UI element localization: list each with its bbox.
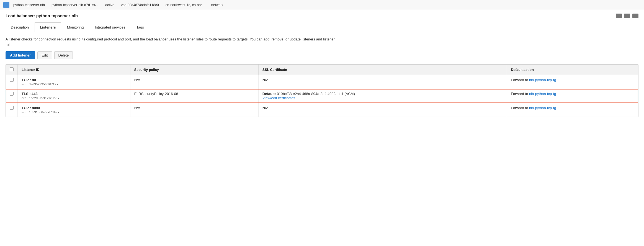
listener-id-main-1: TCP : 80 xyxy=(22,78,126,82)
top-bar-status: active xyxy=(105,3,121,7)
top-bar-name: python-tcpserver-nlb xyxy=(13,3,51,7)
th-listener-id: Listener ID xyxy=(18,65,130,75)
ssl-cert-default-line: Default: 019bcf38-e2a4-468a-894a-3dfa498… xyxy=(262,92,503,96)
top-bar-zones: cn-northwest-1c, cn-nor... xyxy=(166,3,211,7)
content-area: A listener checks for connection request… xyxy=(0,32,644,121)
arn-dropdown-1[interactable]: ▾ xyxy=(57,83,58,86)
default-action-cell-1: Forward to nlb-python-tcp-tg xyxy=(507,75,638,89)
th-checkbox xyxy=(6,65,18,75)
listener-id-cell-2: TLS : 443 arn...eee2d3759e71e8e8 ▾ xyxy=(18,89,130,103)
row-3-checkbox[interactable] xyxy=(10,106,14,110)
row-checkbox-cell xyxy=(6,75,18,89)
tab-listeners[interactable]: Listeners xyxy=(35,22,61,32)
delete-button[interactable]: Delete xyxy=(54,51,73,59)
row-1-checkbox[interactable] xyxy=(10,78,14,82)
tab-description[interactable]: Description xyxy=(6,22,34,32)
header-icons xyxy=(616,14,638,18)
ssl-cert-link-line: View/edit certificates xyxy=(262,96,503,100)
security-policy-cell-3: N/A xyxy=(130,103,258,117)
page-title: Load balancer: python-tcpserver-nlb xyxy=(6,13,78,18)
row-2-checkbox[interactable] xyxy=(10,92,14,96)
full-view-icon[interactable] xyxy=(632,14,638,18)
table-row: TCP : 80 arn...3ad9529956f96712 ▾ N/A N/… xyxy=(6,75,638,89)
security-policy-cell-2: ELBSecurityPolicy-2016-08 xyxy=(130,89,258,103)
listener-id-cell-1: TCP : 80 arn...3ad9529956f96712 ▾ xyxy=(18,75,130,89)
lb-icon xyxy=(3,2,9,8)
th-security-policy: Security policy xyxy=(130,65,258,75)
ssl-cert-value: 019bcf38-e2a4-468a-894a-3dfa4982abb1 (AC… xyxy=(277,92,355,96)
top-bar-vpc: vpc-00d4874adbfc118c0 xyxy=(121,3,166,7)
row-checkbox-cell-3 xyxy=(6,103,18,117)
security-policy-cell-1: N/A xyxy=(130,75,258,89)
tab-monitoring[interactable]: Monitoring xyxy=(62,22,89,32)
default-action-cell-3: Forward to nlb-python-tcp-tg xyxy=(507,103,638,117)
row-checkbox-cell-2 xyxy=(6,89,18,103)
table-row: TCP : 8080 arn...1b5918d6e53d734e ▾ N/A … xyxy=(6,103,638,117)
grid-view-icon[interactable] xyxy=(616,14,622,18)
listener-arn-2: arn...eee2d3759e71e8e8 ▾ xyxy=(22,96,126,100)
ssl-cert-cell-2: Default: 019bcf38-e2a4-468a-894a-3dfa498… xyxy=(258,89,507,103)
view-edit-certs-link[interactable]: View/edit certificates xyxy=(262,96,295,100)
select-all-checkbox[interactable] xyxy=(10,67,14,71)
ssl-cert-cell-3: N/A xyxy=(258,103,507,117)
arn-dropdown-3[interactable]: ▾ xyxy=(58,111,59,114)
ssl-cert-cell-1: N/A xyxy=(258,75,507,89)
target-group-link-1[interactable]: nlb-python-tcp-tg xyxy=(529,78,556,82)
listeners-table: Listener ID Security policy SSL Certific… xyxy=(6,64,638,117)
listener-arn-3: arn...1b5918d6e53d734e ▾ xyxy=(22,111,126,114)
edit-button[interactable]: Edit xyxy=(37,51,52,59)
split-view-icon[interactable] xyxy=(624,14,630,18)
listener-id-main-2: TLS : 443 xyxy=(22,92,126,96)
tab-integrated-services[interactable]: Integrated services xyxy=(90,22,131,32)
top-bar-type: network xyxy=(211,3,230,7)
tab-tags[interactable]: Tags xyxy=(131,22,149,32)
listener-id-cell-3: TCP : 8080 arn...1b5918d6e53d734e ▾ xyxy=(18,103,130,117)
page-header: Load balancer: python-tcpserver-nlb xyxy=(0,10,644,21)
top-bar-id: python-tcpserver-nlb-a7d1e4... xyxy=(51,3,105,7)
add-listener-button[interactable]: Add listener xyxy=(6,51,35,59)
description-text: A listener checks for connection request… xyxy=(6,37,338,47)
th-ssl-cert: SSL Certificate xyxy=(258,65,507,75)
target-group-link-2[interactable]: nlb-python-tcp-tg xyxy=(529,92,556,96)
table-row-highlighted: TLS : 443 arn...eee2d3759e71e8e8 ▾ ELBSe… xyxy=(6,89,638,103)
target-group-link-3[interactable]: nlb-python-tcp-tg xyxy=(529,106,556,110)
top-bar: python-tcpserver-nlb python-tcpserver-nl… xyxy=(0,0,644,10)
listener-arn-1: arn...3ad9529956f96712 ▾ xyxy=(22,83,126,86)
arn-dropdown-2[interactable]: ▾ xyxy=(58,97,59,100)
table-header-row: Listener ID Security policy SSL Certific… xyxy=(6,65,638,75)
tab-bar: Description Listeners Monitoring Integra… xyxy=(0,22,644,32)
th-default-action: Default action xyxy=(507,65,638,75)
action-bar: Add listener Edit Delete xyxy=(6,51,638,59)
default-action-cell-2: Forward to nlb-python-tcp-tg xyxy=(507,89,638,103)
listener-id-main-3: TCP : 8080 xyxy=(22,106,126,110)
